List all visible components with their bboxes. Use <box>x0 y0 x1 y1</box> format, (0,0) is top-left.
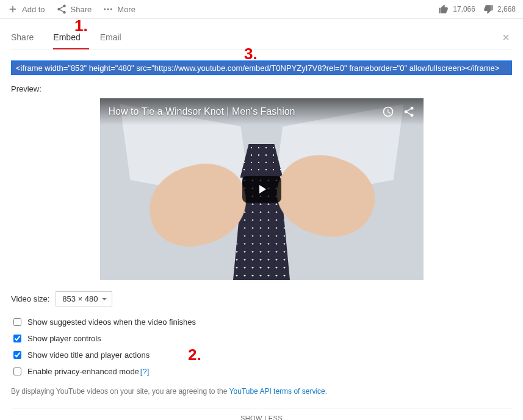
tab-share[interactable]: Share <box>11 26 42 49</box>
video-preview[interactable]: How to Tie a Windsor Knot | Men's Fashio… <box>100 98 424 280</box>
label-title-actions: Show video title and player actions <box>27 350 150 360</box>
disclaimer-text: By displaying YouTube videos on your sit… <box>11 387 512 396</box>
more-button[interactable]: More <box>103 4 135 15</box>
add-to-button[interactable]: Add to <box>7 4 45 15</box>
checkbox-privacy-mode[interactable] <box>13 368 21 375</box>
video-size-value: 853 × 480 <box>62 294 98 303</box>
tab-embed[interactable]: Embed <box>53 26 88 49</box>
share-icon <box>56 4 67 15</box>
video-action-toolbar: Add to Share More 17,066 2,668 <box>0 0 523 19</box>
share-tabs: Share Embed Email × <box>11 26 512 49</box>
thumbs-down-icon <box>483 4 494 15</box>
preview-label: Preview: <box>11 84 512 93</box>
checkbox-suggested-videos[interactable] <box>13 318 21 326</box>
label-suggested-videos: Show suggested videos when the video fin… <box>27 317 196 327</box>
dislike-button[interactable]: 2,668 <box>483 4 516 15</box>
share-small-icon[interactable] <box>403 106 415 118</box>
more-horizontal-icon <box>103 4 114 15</box>
like-button[interactable]: 17,066 <box>438 4 475 15</box>
show-less-button[interactable]: SHOW LESS <box>11 408 512 420</box>
video-size-label: Video size: <box>11 294 49 303</box>
share-button[interactable]: Share <box>56 4 92 15</box>
privacy-help-link[interactable]: [?] <box>140 367 149 376</box>
close-icon[interactable]: × <box>502 31 510 43</box>
svg-point-1 <box>107 9 109 10</box>
video-top-overlay: How to Tie a Windsor Knot | Men's Fashio… <box>100 98 424 125</box>
label-player-controls: Show player controls <box>27 334 101 343</box>
tab-email[interactable]: Email <box>100 26 130 49</box>
dislike-count: 2,668 <box>497 5 516 13</box>
play-button[interactable] <box>242 176 281 203</box>
annotation-2: 2. <box>188 346 201 364</box>
watch-later-icon[interactable] <box>382 106 394 118</box>
svg-point-2 <box>110 9 112 10</box>
svg-point-0 <box>104 9 106 10</box>
add-to-label: Add to <box>22 5 45 14</box>
thumbs-up-icon <box>438 4 449 15</box>
play-icon <box>254 182 269 197</box>
embed-options: Video size: 853 × 480 Show suggested vid… <box>11 291 512 396</box>
more-label: More <box>117 5 135 14</box>
like-count: 17,066 <box>453 5 475 13</box>
label-privacy-mode: Enable privacy-enhanced mode <box>27 367 139 376</box>
share-panel: 1. Share Embed Email × 3. Preview: How t… <box>0 19 523 420</box>
share-label: Share <box>71 5 92 14</box>
embed-code-field[interactable] <box>11 60 512 75</box>
plus-icon <box>7 4 18 15</box>
api-terms-link[interactable]: YouTube API terms of service <box>229 387 325 396</box>
video-title: How to Tie a Windsor Knot | Men's Fashio… <box>109 106 373 117</box>
checkbox-player-controls[interactable] <box>13 335 21 342</box>
video-size-select[interactable]: 853 × 480 <box>56 291 112 306</box>
checkbox-title-actions[interactable] <box>13 351 21 359</box>
